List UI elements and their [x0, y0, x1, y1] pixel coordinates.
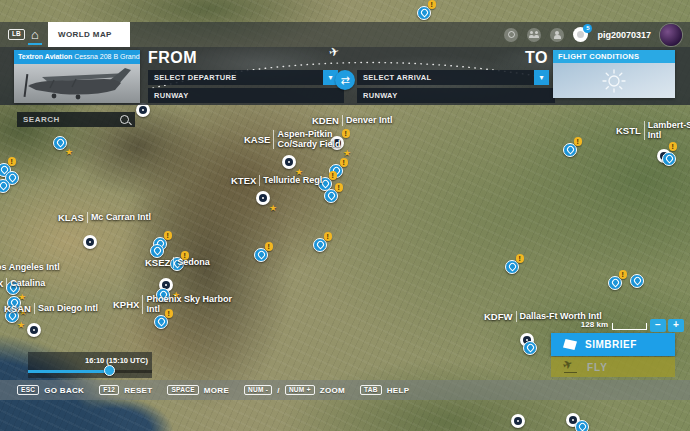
aircraft-card[interactable]: Textron Aviation Cessna 208 B Grand Car — [14, 50, 140, 103]
airport-name: Mc Carran Intl — [91, 213, 151, 223]
titlebar: LB ⌂ WORLD MAP 5 pig20070317 — [0, 22, 690, 47]
time-slider-fill — [28, 370, 110, 373]
airport-name: os Angeles Intl — [0, 263, 60, 273]
airport-label[interactable]: KDENDenver Intl — [312, 115, 392, 126]
departure-select[interactable]: SELECT DEPARTURE — [148, 70, 328, 85]
key-badge: ESC — [17, 385, 39, 396]
search-icon — [120, 115, 129, 124]
time-slider-panel: 16:10 (15:10 UTC) — [28, 352, 152, 378]
airport-name: Sedona — [177, 258, 210, 268]
aircraft-card-title: Textron Aviation Cessna 208 B Grand Car — [14, 50, 140, 64]
from-heading: FROM — [148, 49, 197, 67]
shortcut-separator: / — [277, 386, 280, 395]
friends-icon[interactable] — [527, 28, 541, 42]
aircraft-model: Cessna 208 B Grand Car — [74, 53, 140, 60]
aircraft-thumbnail — [14, 64, 140, 103]
tab-world-map-label: WORLD MAP — [48, 30, 112, 39]
tab-world-map[interactable]: WORLD MAP — [48, 22, 130, 47]
airport-icao: KASE — [244, 134, 270, 145]
label-divider — [173, 257, 174, 268]
airport-label[interactable]: KLASMc Carran Intl — [58, 212, 151, 223]
key-badge: SPACE — [167, 385, 198, 396]
shortcut-bar: ESCGO BACKF12RESETSPACEMORENUM -/NUM +ZO… — [0, 380, 690, 400]
flight-conditions-body — [553, 63, 675, 98]
map-scale-label: 128 km — [575, 320, 608, 329]
aircraft-silhouette — [14, 64, 140, 103]
shortcut-label: MORE — [204, 386, 229, 395]
label-divider — [644, 121, 645, 140]
airport-label[interactable]: KASEAspen-PitkinCo/Sardy Field — [244, 130, 340, 149]
map-search — [17, 112, 135, 127]
aircraft-brand: Textron Aviation — [18, 53, 72, 60]
key-badge: TAB — [360, 385, 382, 396]
shortcut-label: RESET — [124, 386, 152, 395]
airport-name: San Diego Intl — [38, 304, 98, 314]
arrival-runway-field[interactable]: RUNWAY — [357, 88, 555, 103]
airport-name: Telluride Regl — [263, 176, 322, 186]
arrival-select[interactable]: SELECT ARRIVAL — [357, 70, 539, 85]
airport-icao: KLAS — [58, 212, 84, 223]
label-divider — [342, 115, 343, 126]
username[interactable]: pig20070317 — [597, 30, 651, 40]
search-input[interactable] — [17, 115, 120, 124]
airport-label[interactable]: KTEXTelluride Regl — [231, 175, 322, 186]
airport-icao: KDFW — [484, 311, 513, 322]
airport-icao: KSTL — [616, 125, 641, 136]
world-map-screen: !!★★!★★!!!!!!!★!★★★!!!! KDENDenver IntlK… — [0, 0, 690, 431]
home-tab[interactable]: ⌂ — [27, 25, 43, 45]
departure-runway-field[interactable]: RUNWAY — [148, 88, 344, 103]
titlebar-right-cluster: 5 pig20070317 — [504, 22, 682, 47]
label-divider — [6, 278, 7, 289]
home-tab-active-indicator — [28, 43, 42, 45]
shortcut-hint: SPACEMORE — [167, 385, 229, 396]
activity-icon[interactable] — [504, 28, 518, 42]
airport-label[interactable]: XCatalina — [0, 278, 45, 289]
sun-icon — [600, 67, 628, 95]
fly-button[interactable]: ✈ FLY — [551, 357, 675, 377]
key-badge: NUM - — [244, 385, 272, 396]
takeoff-icon: ✈ — [563, 361, 579, 373]
label-divider — [87, 212, 88, 223]
label-divider — [259, 175, 260, 186]
zoom-out-button[interactable]: − — [650, 319, 666, 332]
zoom-in-button[interactable]: + — [668, 319, 684, 332]
airport-label[interactable]: os Angeles Intl — [0, 263, 60, 273]
profile-icon[interactable] — [550, 28, 564, 42]
airport-icao: X — [0, 278, 3, 289]
home-icon: ⌂ — [31, 27, 39, 42]
flight-conditions-panel[interactable]: FLIGHT CONDITIONS — [553, 50, 675, 98]
shortcut-label: GO BACK — [44, 386, 84, 395]
airport-label[interactable]: KPHXPhoenix Sky HarborIntl — [113, 295, 232, 314]
xbox-notifications-icon[interactable]: 5 — [573, 27, 588, 42]
key-badge: F12 — [99, 385, 119, 396]
simbrief-button[interactable]: SIMBRIEF — [551, 333, 675, 356]
shortcut-hint: F12RESET — [99, 385, 152, 396]
to-heading: TO — [500, 49, 548, 67]
airport-icao: KTEX — [231, 175, 256, 186]
key-badge: NUM + — [285, 385, 315, 396]
fly-button-label: FLY — [587, 362, 608, 373]
arrival-select-chevron-icon[interactable]: ▾ — [534, 70, 549, 85]
airport-name: Lambert-St LouIntl — [648, 121, 690, 140]
airport-label[interactable]: KSTLLambert-St LouIntl — [616, 121, 690, 140]
map-scale-bracket — [612, 323, 647, 330]
lb-key-badge: LB — [8, 29, 25, 40]
airport-name: Catalina — [10, 279, 45, 289]
avatar[interactable] — [660, 24, 682, 46]
label-divider — [516, 311, 517, 322]
swap-from-to-button[interactable]: ⇄ — [335, 70, 355, 90]
time-slider-track[interactable] — [28, 370, 152, 373]
time-slider-handle[interactable] — [104, 365, 115, 376]
simbrief-button-label: SIMBRIEF — [585, 339, 637, 350]
airport-label[interactable]: KSEZSedona — [145, 257, 210, 268]
label-divider — [273, 130, 274, 149]
label-divider — [142, 295, 143, 314]
simbrief-icon — [563, 339, 577, 350]
shortcut-label: HELP — [387, 386, 410, 395]
airport-name: Denver Intl — [346, 116, 393, 126]
airport-name: Phoenix Sky HarborIntl — [146, 295, 232, 314]
airport-label[interactable]: KSANSan Diego Intl — [4, 303, 98, 314]
shortcut-label: ZOOM — [320, 386, 345, 395]
airport-icao: KSEZ — [145, 257, 170, 268]
shortcut-hint: ESCGO BACK — [17, 385, 84, 396]
